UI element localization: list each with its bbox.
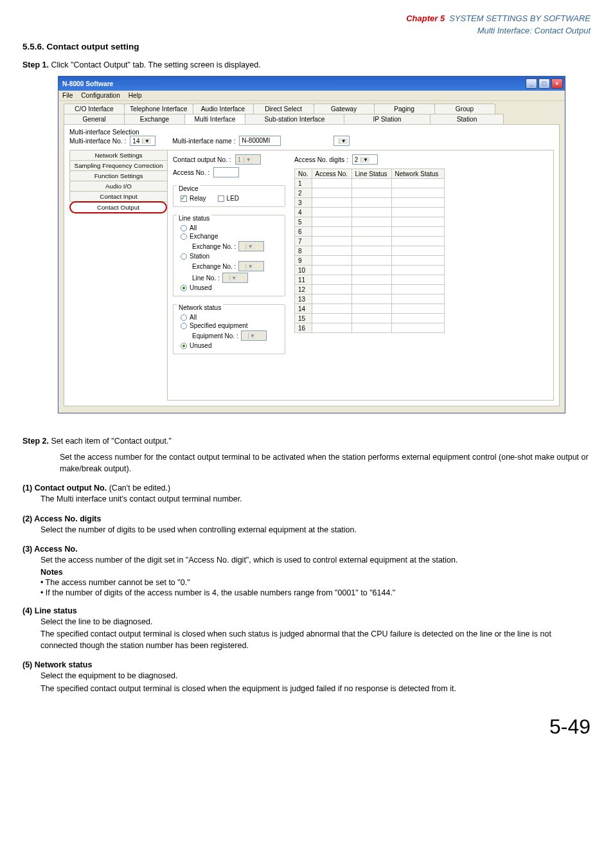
- table-row[interactable]: 14: [295, 304, 445, 314]
- tab-ip-station[interactable]: IP Station: [344, 114, 431, 124]
- access-digits-select[interactable]: 2▼: [352, 154, 378, 165]
- chevron-down-icon: ▼: [229, 275, 238, 281]
- d2-body: Select the number of digits to be used w…: [40, 525, 591, 536]
- sidetab-network-settings[interactable]: Network Settings: [69, 150, 167, 161]
- app-body: C/O Interface Telephone Interface Audio …: [58, 101, 565, 413]
- access-digits-value: 2: [355, 156, 359, 163]
- menubar: File Configuration Help: [58, 91, 565, 101]
- tab-group[interactable]: Group: [434, 104, 495, 114]
- d1-paren: (Can't be edited.): [107, 484, 170, 493]
- sidetab-audio-io[interactable]: Audio I/O: [69, 181, 167, 192]
- net-spec-radio[interactable]: [181, 323, 187, 329]
- tab-station[interactable]: Station: [430, 114, 504, 124]
- d5-head: (5) Network status: [22, 660, 591, 669]
- mi-selection-label: Multi-interface Selection: [69, 129, 554, 136]
- menu-configuration[interactable]: Configuration: [81, 92, 120, 99]
- sidetab-function-settings[interactable]: Function Settings: [69, 170, 167, 181]
- d3-head: (3) Access No.: [22, 545, 591, 554]
- line-exchange-radio[interactable]: [181, 233, 187, 240]
- minimize-button[interactable]: _: [526, 78, 537, 89]
- col-no: No.: [295, 169, 312, 179]
- tab-telephone-interface[interactable]: Telephone Interface: [124, 104, 193, 114]
- col-line-status: Line Status: [351, 169, 391, 179]
- mi-no-value: 14: [132, 138, 139, 145]
- table-row[interactable]: 5: [295, 217, 445, 227]
- table-row[interactable]: 16: [295, 323, 445, 333]
- top-tab-row-2: General Exchange Multi Interface Sub-sta…: [64, 114, 560, 124]
- led-label: LED: [227, 195, 239, 202]
- net-all-radio[interactable]: [181, 314, 187, 321]
- line-all-label: All: [190, 224, 197, 231]
- chevron-down-icon: ▼: [142, 138, 151, 144]
- d1-body: The Multi interface unit's contact outpu…: [40, 494, 591, 505]
- table-row[interactable]: 4: [295, 208, 445, 217]
- table-row[interactable]: 1: [295, 179, 445, 188]
- maximize-button[interactable]: □: [538, 78, 550, 89]
- tab-audio-interface[interactable]: Audio Interface: [193, 104, 254, 114]
- chevron-down-icon: ▼: [360, 157, 369, 163]
- table-row[interactable]: 10: [295, 266, 445, 275]
- tab-general[interactable]: General: [64, 114, 125, 124]
- net-unused-radio[interactable]: [181, 343, 187, 349]
- menu-help[interactable]: Help: [129, 92, 142, 99]
- line-station-radio[interactable]: [181, 253, 187, 260]
- mi-name-input[interactable]: N-8000MI: [239, 136, 281, 146]
- line-all-radio[interactable]: [181, 225, 187, 231]
- table-row[interactable]: 6: [295, 227, 445, 237]
- tab-multi-interface[interactable]: Multi Interface: [184, 114, 245, 124]
- tab-gateway[interactable]: Gateway: [314, 104, 375, 114]
- page-number: 5-49: [22, 715, 591, 739]
- tab-paging[interactable]: Paging: [374, 104, 435, 114]
- network-status-fieldset: Network status All Specified equipment E…: [173, 300, 285, 354]
- d3-head-text: (3) Access No.: [22, 545, 78, 554]
- table-row[interactable]: 8: [295, 246, 445, 256]
- tab-co-interface[interactable]: C/O Interface: [64, 104, 125, 114]
- line-no-label: Line No. :: [192, 275, 220, 282]
- sidetab-sfc[interactable]: Sampling Frequency Correction: [69, 160, 167, 171]
- col-access-no: Access No.: [312, 169, 351, 179]
- step2-line: Step 2. Set each item of "Contact output…: [22, 437, 591, 446]
- table-row[interactable]: 11: [295, 275, 445, 285]
- relay-checkbox[interactable]: [181, 195, 187, 202]
- line-exchange-no-select: ▼: [238, 241, 264, 251]
- window-titlebar: N-8000 Software _ □ ×: [58, 77, 565, 91]
- network-status-legend: Network status: [177, 304, 223, 311]
- sidetab-contact-output[interactable]: Contact Output: [69, 201, 167, 213]
- tab-substation-interface[interactable]: Sub-station Interface: [245, 114, 344, 124]
- step2-body: Set the access number for the contact ou…: [60, 452, 591, 475]
- sidetab-contact-input[interactable]: Contact Input: [69, 191, 167, 202]
- d5-l1: Select the equipment to be diagnosed.: [40, 671, 591, 682]
- table-row[interactable]: 13: [295, 294, 445, 304]
- table-row[interactable]: 7: [295, 237, 445, 246]
- line-exchange-label: Exchange: [190, 233, 218, 240]
- d1-head-text: (1) Contact output No.: [22, 484, 107, 493]
- table-row[interactable]: 9: [295, 256, 445, 266]
- menu-file[interactable]: File: [62, 92, 73, 99]
- app-window: N-8000 Software _ □ × File Configuration…: [58, 76, 565, 413]
- mi-no-select[interactable]: 14▼: [130, 136, 155, 146]
- close-button[interactable]: ×: [551, 78, 563, 89]
- step2-title: Set each item of "Contact output.": [51, 437, 171, 446]
- line-st-exchange-no-select: ▼: [238, 261, 264, 271]
- table-row[interactable]: 15: [295, 314, 445, 323]
- chevron-down-icon: ▼: [245, 264, 254, 269]
- step1-text: Click "Contact Output" tab. The setting …: [51, 60, 260, 69]
- d5-l2: The specified contact output terminal is…: [40, 683, 591, 695]
- d1-head: (1) Contact output No. (Can't be edited.…: [22, 484, 591, 493]
- mi-no-label: Multi-interface No. :: [69, 138, 126, 145]
- line-status-legend: Line status: [177, 215, 211, 222]
- table-row[interactable]: 3: [295, 198, 445, 208]
- table-row[interactable]: 12: [295, 285, 445, 294]
- line-unused-radio[interactable]: [181, 285, 187, 291]
- d4-l1: Select the line to be diagnosed.: [40, 617, 591, 628]
- led-checkbox[interactable]: [218, 195, 224, 202]
- access-no-input[interactable]: [213, 167, 239, 177]
- tab-exchange[interactable]: Exchange: [124, 114, 185, 124]
- chevron-down-icon: ▼: [245, 244, 254, 249]
- mi-extra-select[interactable]: ▼: [333, 136, 350, 146]
- output-grid: No. Access No. Line Status Network Statu…: [294, 168, 445, 333]
- table-row[interactable]: 2: [295, 188, 445, 198]
- d4-l2: The specified contact output terminal is…: [40, 629, 591, 651]
- tab-direct-select[interactable]: Direct Select: [253, 104, 314, 114]
- main-area: Network Settings Sampling Frequency Corr…: [69, 150, 554, 401]
